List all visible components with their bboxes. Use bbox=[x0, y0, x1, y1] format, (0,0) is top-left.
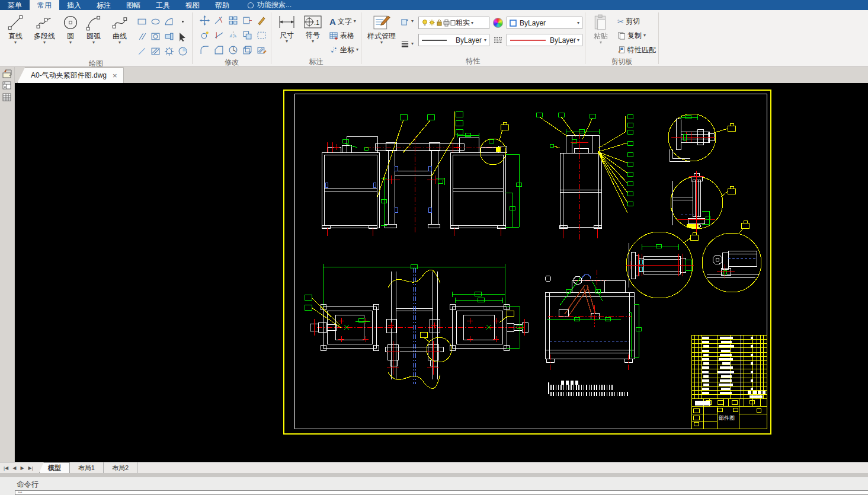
cut-button[interactable]: ✂ 剪切 bbox=[617, 14, 656, 28]
tab-layout2[interactable]: 布局2 bbox=[104, 462, 137, 473]
tab-insert[interactable]: 插入 bbox=[59, 0, 89, 10]
title-block-name: 部件图 bbox=[719, 415, 735, 421]
detail-circle-d bbox=[702, 221, 761, 292]
ribbon-group-annotate: 尺寸 ▾ .1 符号 ▾ A 文字 ▾ 表格 bbox=[271, 10, 361, 66]
panel-divider[interactable] bbox=[0, 473, 868, 477]
polyline-button[interactable]: 多段线 ▾ bbox=[28, 13, 60, 45]
nav-first-icon[interactable]: |◀ bbox=[4, 465, 8, 471]
thin-line-button[interactable] bbox=[135, 44, 149, 59]
table-grid-icon[interactable] bbox=[2, 92, 13, 103]
ellipse-tool-button[interactable] bbox=[149, 14, 162, 29]
command-line-label: 命令行 bbox=[17, 480, 39, 490]
extend-button[interactable] bbox=[212, 28, 226, 43]
nav-next-icon[interactable]: ▶ bbox=[20, 465, 24, 471]
array-button[interactable] bbox=[226, 13, 240, 28]
hatch-tool-button[interactable] bbox=[149, 44, 162, 59]
mirror-button[interactable] bbox=[226, 28, 240, 43]
fillet-button[interactable] bbox=[197, 43, 212, 58]
lineweight-sample bbox=[421, 39, 447, 42]
arc-button[interactable]: 圆弧 ▾ bbox=[81, 13, 107, 45]
tab-layout1[interactable]: 布局1 bbox=[70, 462, 104, 473]
circle-in-box-button[interactable] bbox=[149, 29, 162, 44]
function-search[interactable]: 功能搜索... bbox=[248, 0, 292, 10]
technical-requirements-text bbox=[548, 382, 629, 394]
layer-state-icons bbox=[421, 19, 456, 27]
ribbon-group-clipboard: 粘贴 ▾ ✂ 剪切 复制 ▾ 特性匹配 bbox=[585, 10, 658, 66]
left-tool-strip bbox=[0, 67, 15, 462]
tab-help[interactable]: 帮助 bbox=[207, 0, 237, 10]
style-manager-icon bbox=[372, 14, 391, 31]
cad-application-window: 菜单 常用 插入 标注 图幅 工具 视图 帮助 功能搜索... 直线 ▾ 多段线 bbox=[0, 0, 868, 495]
close-icon[interactable]: × bbox=[113, 71, 117, 80]
curve-button[interactable]: 曲线 ▾ bbox=[107, 13, 133, 45]
tab-sheet[interactable]: 图幅 bbox=[118, 0, 148, 10]
menu-item-menu[interactable]: 菜单 bbox=[0, 0, 30, 10]
rotate-button[interactable] bbox=[226, 43, 240, 58]
plan-view-workpiece bbox=[385, 268, 451, 388]
new-view-icon[interactable] bbox=[2, 69, 13, 79]
tab-model[interactable]: 模型 bbox=[39, 462, 70, 473]
tab-tools[interactable]: 工具 bbox=[148, 0, 178, 10]
linetype-select[interactable]: ByLayer ▾ bbox=[507, 34, 582, 46]
layer-convert-button[interactable]: ▾ bbox=[401, 14, 414, 28]
layer-select[interactable]: 粗实线 ▾ bbox=[418, 17, 489, 29]
chamfer-button[interactable] bbox=[212, 43, 226, 58]
match-properties-icon bbox=[617, 46, 626, 54]
line-button[interactable]: 直线 ▾ bbox=[2, 13, 28, 45]
nav-last-icon[interactable]: ▶| bbox=[28, 465, 33, 471]
printer-icon bbox=[444, 20, 449, 27]
gear-tool-button[interactable] bbox=[162, 44, 176, 59]
break-button[interactable] bbox=[212, 13, 226, 28]
drawing-canvas[interactable]: 部件图 bbox=[15, 83, 868, 462]
document-tab[interactable]: A0-气动夹紧部件图.dwg × bbox=[17, 68, 124, 83]
point-tool-button[interactable] bbox=[176, 14, 190, 29]
tab-view[interactable]: 视图 bbox=[178, 0, 207, 10]
circle-button[interactable]: 圆 ▾ bbox=[60, 13, 81, 45]
symbol-button[interactable]: .1 符号 ▾ bbox=[300, 13, 326, 44]
pie-tool-button[interactable] bbox=[176, 44, 190, 59]
group-label-properties: 特性 bbox=[364, 56, 582, 66]
arc-icon bbox=[85, 14, 102, 31]
stretch-button[interactable] bbox=[240, 13, 254, 28]
tab-annotate[interactable]: 标注 bbox=[89, 0, 118, 10]
lineweight-quick-button[interactable]: ▾ bbox=[401, 37, 414, 51]
svg-text:.1: .1 bbox=[314, 19, 319, 26]
ribbon-group-properties: 样式管理 ▾ ▾ ▾ bbox=[361, 10, 585, 66]
offset-button[interactable] bbox=[240, 28, 254, 43]
hatch-edit-button[interactable] bbox=[254, 43, 268, 58]
nav-prev-icon[interactable]: ◀ bbox=[12, 465, 16, 471]
front-view-left-cabinet bbox=[322, 136, 379, 228]
move-button[interactable] bbox=[197, 13, 212, 28]
lock-icon bbox=[437, 20, 441, 26]
paste-button[interactable]: 粘贴 ▾ bbox=[588, 13, 614, 45]
color-select[interactable]: ByLayer ▾ bbox=[507, 17, 582, 29]
group-label-modify: 修改 bbox=[195, 58, 268, 68]
arrow-tool-button[interactable] bbox=[176, 29, 190, 44]
search-placeholder: 功能搜索... bbox=[257, 0, 292, 10]
linetype-sample bbox=[510, 39, 546, 42]
linetype-icon[interactable] bbox=[493, 36, 503, 44]
edit-pencil-button[interactable] bbox=[254, 13, 268, 28]
match-properties-button[interactable]: 特性匹配 bbox=[617, 43, 656, 57]
cut-icon: ✂ bbox=[617, 17, 624, 26]
box3d-button[interactable] bbox=[240, 43, 254, 58]
pipe-tool-button[interactable] bbox=[162, 29, 176, 44]
tab-home[interactable]: 常用 bbox=[30, 0, 59, 10]
dimension-button[interactable]: 尺寸 ▾ bbox=[274, 13, 300, 44]
style-manager-button[interactable]: 样式管理 ▾ bbox=[364, 13, 399, 45]
select-box-button[interactable] bbox=[254, 28, 268, 43]
parallel-line-button[interactable] bbox=[135, 29, 149, 44]
table-button[interactable]: 表格 bbox=[329, 28, 358, 43]
symbol-icon: .1 bbox=[304, 14, 322, 30]
rectangle-tool-button[interactable] bbox=[135, 14, 149, 29]
coordinate-button[interactable]: 坐标 ▾ bbox=[329, 43, 358, 57]
text-button[interactable]: A 文字 ▾ bbox=[329, 14, 358, 28]
erase-button[interactable] bbox=[197, 28, 212, 43]
copy-button[interactable]: 复制 ▾ bbox=[617, 28, 656, 43]
window-grid-icon[interactable] bbox=[2, 81, 13, 91]
contour-tool-button[interactable] bbox=[162, 14, 176, 29]
command-input[interactable]: ^^ bbox=[15, 490, 868, 495]
color-wheel-icon[interactable] bbox=[493, 18, 503, 28]
linetype-value: ByLayer bbox=[546, 36, 576, 44]
lineweight-select[interactable]: ByLayer ▾ bbox=[418, 34, 489, 46]
